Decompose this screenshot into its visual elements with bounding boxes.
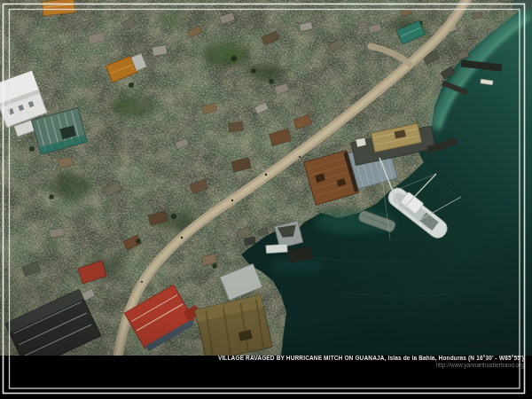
vignette <box>0 0 532 356</box>
caption-title: VILLAGE RAVAGED BY HURRICANE MITCH ON GU… <box>218 356 524 362</box>
photo-caption: VILLAGE RAVAGED BY HURRICANE MITCH ON GU… <box>218 356 524 368</box>
wallpaper-frame: VILLAGE RAVAGED BY HURRICANE MITCH ON GU… <box>0 0 532 399</box>
aerial-photo <box>0 0 532 356</box>
caption-url: http://www.yannarthusbertrand.org <box>218 362 524 368</box>
